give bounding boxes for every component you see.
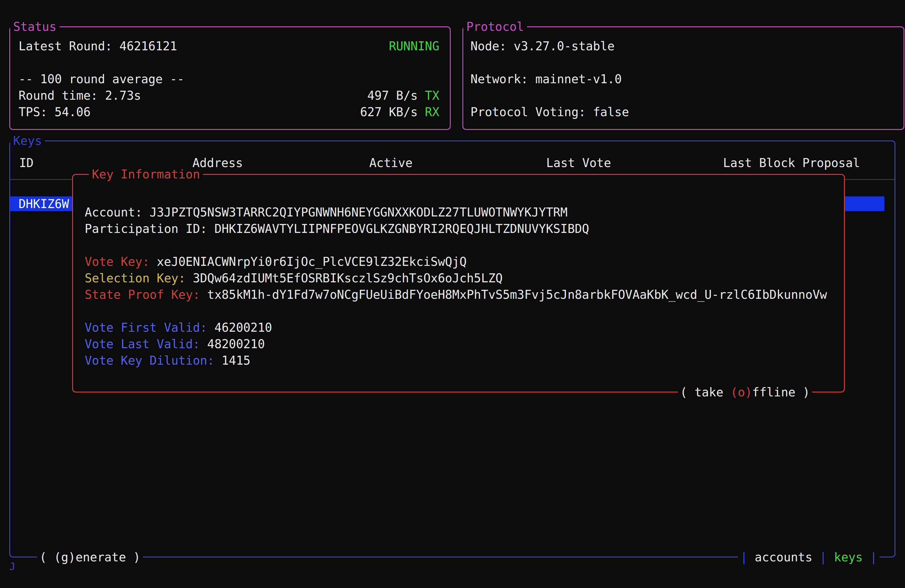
round-average-heading: -- 100 round average -- [19, 71, 439, 87]
stray-character: J [9, 561, 15, 572]
state-proof-key-line: State Proof Key:tx85kM1h-dY1Fd7w7oNCgFUe… [85, 286, 844, 303]
vote-first-valid-value: 46200210 [214, 321, 272, 334]
key-information-body: Account:J3JPZTQ5NSW3TARRC2QIYPGNWNH6NEYG… [73, 175, 844, 369]
vote-first-valid-line: Vote First Valid:46200210 [85, 319, 844, 336]
vote-first-valid-label: Vote First Valid: [85, 321, 207, 334]
take-offline-button[interactable]: ( take (o)ffline ) [678, 385, 812, 399]
take-offline-suffix: ffline ) [752, 385, 810, 399]
protocol-panel-body: Node:v3.27.0-stable Network:mainnet-v1.0… [463, 27, 903, 120]
account-line: Account:J3JPZTQ5NSW3TARRC2QIYPGNWNH6NEYG… [85, 204, 844, 221]
round-time-label: Round time: [19, 89, 98, 102]
selection-key-value: 3DQw64zdIUMt5EfOSRBIKsczlSz9chTsOx6oJch5… [193, 271, 503, 285]
participation-id-line: Participation ID:DHKIZ6WAVTYLIIPNFPEOVGL… [85, 221, 844, 237]
account-value: J3JPZTQ5NSW3TARRC2QIYPGNWNH6NEYGGNXXKODL… [150, 205, 568, 219]
generate-button[interactable]: ( (g)enerate ) [37, 550, 143, 564]
vote-key-dilution-value: 1415 [221, 354, 250, 367]
vote-key-line: Vote Key:xeJ0ENIACWNrpYi0r6IjOc_PlcVCE9l… [85, 254, 844, 270]
nav-separator: | [819, 550, 827, 564]
key-information-modal: Key Information Account:J3JPZTQ5NSW3TARR… [72, 174, 845, 393]
spacer [85, 237, 844, 254]
latest-round-line: Latest Round:46216121RUNNING [19, 38, 439, 54]
rx-unit-label: RX [425, 105, 439, 119]
latest-round-value: 46216121 [119, 39, 177, 53]
vote-key-dilution-label: Vote Key Dilution: [85, 354, 214, 367]
rx-rate-value: 627 KB/s [360, 105, 418, 119]
column-header-address: Address [187, 155, 364, 171]
take-offline-hotkey: (o) [730, 385, 752, 399]
selection-key-label: Selection Key: [85, 271, 186, 285]
tps: TPS:54.06 [19, 104, 90, 120]
network-value: mainnet-v1.0 [535, 72, 622, 86]
participation-id-label: Participation ID: [85, 222, 207, 236]
vote-key-dilution-line: Vote Key Dilution:1415 [85, 352, 844, 369]
state-proof-key-label: State Proof Key: [85, 288, 200, 302]
node-version-line: Node:v3.27.0-stable [470, 38, 893, 54]
keys-panel-title: Keys [10, 134, 45, 148]
protocol-voting-label: Protocol Voting: [470, 105, 586, 119]
latest-round: Latest Round:46216121 [19, 38, 177, 54]
network-label: Network: [470, 72, 528, 86]
round-time: Round time:2.73s [19, 87, 141, 104]
state-proof-key-value: tx85kM1h-dY1Fd7w7oNCgFUeUiBdFYoeH8MxPhTv… [207, 288, 827, 302]
status-panel: Status Latest Round:46216121RUNNING -- 1… [9, 26, 451, 130]
vote-last-valid-value: 48200210 [207, 337, 265, 351]
node-version-value: v3.27.0-stable [514, 39, 614, 53]
take-offline-prefix: ( take [680, 385, 731, 399]
tx-rate-group: 497 B/sTX [367, 87, 439, 104]
spacer [470, 87, 893, 104]
vote-key-value: xeJ0ENIACWNrpYi0r6IjOc_PlcVCE9lZ32EkciSw… [157, 255, 467, 269]
column-header-last-block-proposal: Last Block Proposal [718, 155, 894, 171]
status-panel-title: Status [10, 20, 60, 33]
key-row-id: DHKIZ6W [19, 197, 69, 211]
node-version-label: Node: [470, 39, 506, 53]
spacer [85, 303, 844, 319]
latest-round-label: Latest Round: [19, 39, 112, 53]
vote-last-valid-label: Vote Last Valid: [85, 337, 200, 351]
tps-value: 54.06 [54, 105, 90, 119]
protocol-panel: Protocol Node:v3.27.0-stable Network:mai… [462, 26, 904, 130]
protocol-panel-title: Protocol [463, 20, 527, 33]
nav-tab-accounts[interactable]: accounts [755, 550, 813, 564]
node-status-badge: RUNNING [389, 38, 439, 54]
vote-key-label: Vote Key: [85, 255, 150, 269]
nav-tab-keys[interactable]: keys [834, 550, 863, 564]
round-time-value: 2.73s [105, 89, 141, 102]
spacer [19, 54, 439, 71]
protocol-voting-line: Protocol Voting:false [470, 104, 893, 120]
column-header-active: Active [364, 155, 541, 171]
spacer [470, 54, 893, 71]
tps-line: TPS:54.06627 KB/sRX [19, 104, 439, 120]
vote-last-valid-line: Vote Last Valid:48200210 [85, 336, 844, 352]
selection-key-line: Selection Key:3DQw64zdIUMt5EfOSRBIKsczlS… [85, 270, 844, 286]
round-time-line: Round time:2.73s497 B/sTX [19, 87, 439, 104]
bottom-nav: |accounts|keys| [738, 550, 880, 564]
nav-separator: | [740, 550, 748, 564]
account-label: Account: [85, 205, 143, 219]
status-panel-body: Latest Round:46216121RUNNING -- 100 roun… [10, 27, 450, 120]
nav-separator: | [870, 550, 877, 564]
column-header-last-vote: Last Vote [541, 155, 718, 171]
participation-id-value: DHKIZ6WAVTYLIIPNFPEOVGLKZGNBYRI2RQEQJHLT… [214, 222, 589, 236]
tps-label: TPS: [19, 105, 47, 119]
network-line: Network:mainnet-v1.0 [470, 71, 893, 87]
key-information-modal-title: Key Information [89, 167, 203, 181]
rx-rate-group: 627 KB/sRX [360, 104, 439, 120]
protocol-voting-value: false [593, 105, 629, 119]
tx-rate-value: 497 B/s [367, 89, 418, 102]
tx-unit-label: TX [425, 89, 439, 102]
